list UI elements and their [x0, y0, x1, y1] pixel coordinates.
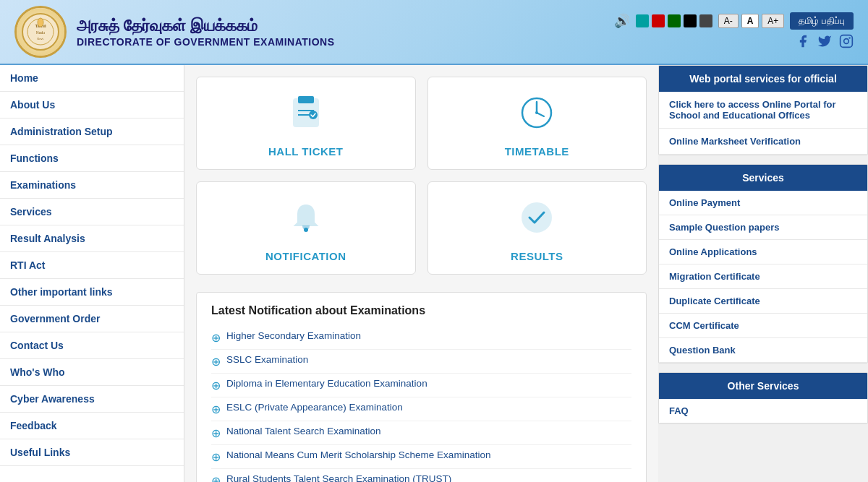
- color-dot-teal[interactable]: [636, 14, 649, 27]
- sidebar-item-functions[interactable]: Functions: [0, 145, 184, 172]
- web-portal-section: Web portal services for officialClick he…: [658, 65, 868, 155]
- service-link-6[interactable]: Question Bank: [659, 338, 867, 363]
- notifications-section: Latest Notification about Examinations ⊕…: [196, 292, 647, 482]
- notif-text: SSLC Examination: [226, 354, 308, 365]
- hall-ticket-icon: [288, 95, 324, 138]
- timetable-icon: [519, 95, 555, 138]
- other-service-link-0[interactable]: FAQ: [659, 399, 867, 423]
- notification-card[interactable]: NOTIFICATION: [196, 181, 416, 275]
- notification-item[interactable]: ⊕Higher Secondary Examination: [211, 326, 631, 350]
- notification-item[interactable]: ⊕National Means Cum Merit Scholarship Sc…: [211, 445, 631, 469]
- svg-point-8: [849, 38, 850, 38]
- service-link-0[interactable]: Online Payment: [659, 191, 867, 215]
- service-link-1[interactable]: Sample Question papers: [659, 215, 867, 240]
- services-header: Services: [659, 165, 867, 191]
- header-tamil-title: அரசுத் தேர்வுகள் இயக்ககம்: [77, 16, 335, 37]
- sidebar-item-feedback[interactable]: Feedback: [0, 413, 184, 439]
- speaker-icon[interactable]: 🔊: [614, 13, 630, 29]
- notification-icon: [288, 199, 324, 243]
- sidebar-item-about-us[interactable]: About Us: [0, 92, 184, 119]
- logo-svg: Tamil Nadu Govt.: [21, 12, 61, 52]
- header-left: Tamil Nadu Govt. அரசுத் தேர்வுகள் இயக்கக…: [14, 6, 335, 58]
- font-decrease-button[interactable]: A-: [718, 14, 739, 28]
- header-title-block: அரசுத் தேர்வுகள் இயக்ககம் DIRECTORATE OF…: [77, 16, 335, 48]
- results-icon: [519, 199, 555, 243]
- notif-bullet: ⊕: [211, 426, 221, 440]
- other-services-header: Other Services: [659, 373, 867, 399]
- color-selector: [636, 14, 712, 27]
- color-dot-red[interactable]: [652, 14, 665, 27]
- card-grid: HALL TICKET TIMETABLE: [196, 77, 647, 275]
- web-portal-link-0[interactable]: Click here to access Online Portal for S…: [659, 92, 867, 129]
- notif-text: ESLC (Private Appearance) Examination: [226, 402, 403, 413]
- service-link-2[interactable]: Online Applications: [659, 240, 867, 264]
- sidebar-item-admin-setup[interactable]: Administration Setup: [0, 119, 184, 145]
- social-icons: [796, 34, 854, 52]
- web-portal-link-1[interactable]: Online Marksheet Verification: [659, 129, 867, 155]
- notification-item[interactable]: ⊕SSLC Examination: [211, 350, 631, 374]
- svg-point-7: [844, 38, 849, 43]
- sidebar-item-other-links[interactable]: Other important links: [0, 279, 184, 306]
- svg-point-19: [522, 203, 551, 232]
- logo: Tamil Nadu Govt.: [14, 6, 67, 58]
- facebook-icon[interactable]: [796, 34, 810, 52]
- svg-text:Nadu: Nadu: [36, 30, 45, 35]
- svg-text:Govt.: Govt.: [37, 37, 44, 40]
- site-header: Tamil Nadu Govt. அரசுத் தேர்வுகள் இயக்கக…: [0, 0, 868, 65]
- sidebar-item-rti-act[interactable]: RTI Act: [0, 252, 184, 279]
- notif-text: Higher Secondary Examination: [226, 330, 361, 341]
- timetable-label: TIMETABLE: [505, 145, 569, 158]
- svg-rect-6: [841, 35, 853, 47]
- svg-point-13: [309, 111, 318, 119]
- sidebar-item-whos-who[interactable]: Who's Who: [0, 359, 184, 386]
- header-english-title: DIRECTORATE OF GOVERNMENT EXAMINATIONS: [77, 36, 335, 48]
- notif-bullet: ⊕: [211, 379, 221, 392]
- notification-item[interactable]: ⊕Rural Students Talent Search Examinatio…: [211, 469, 631, 482]
- font-size-controls: A- A A+: [718, 14, 785, 28]
- notif-bullet: ⊕: [211, 331, 221, 345]
- hall-ticket-card[interactable]: HALL TICKET: [196, 77, 416, 170]
- content-area: HALL TICKET TIMETABLE: [184, 65, 658, 482]
- color-dot-dark[interactable]: [699, 14, 712, 27]
- instagram-icon[interactable]: [839, 34, 854, 52]
- notif-bullet: ⊕: [211, 450, 221, 464]
- results-card[interactable]: RESULTS: [427, 181, 647, 275]
- sidebar-item-contact-us[interactable]: Contact Us: [0, 332, 184, 359]
- timetable-card[interactable]: TIMETABLE: [427, 77, 647, 170]
- notif-text: National Talent Search Examination: [226, 426, 381, 436]
- logo-inner: Tamil Nadu Govt.: [17, 8, 64, 56]
- svg-rect-10: [298, 96, 314, 103]
- svg-point-5: [38, 18, 43, 27]
- font-normal-button[interactable]: A: [741, 14, 760, 28]
- notification-item[interactable]: ⊕ESLC (Private Appearance) Examination: [211, 397, 631, 421]
- notif-text: National Means Cum Merit Scholarship Sch…: [226, 449, 490, 460]
- service-link-5[interactable]: CCM Certificate: [659, 314, 867, 338]
- color-dot-black[interactable]: [684, 14, 697, 27]
- header-right: 🔊 A- A A+ தமிழ் பதிப்பு: [614, 12, 854, 52]
- services-section: ServicesOnline PaymentSample Question pa…: [658, 164, 868, 363]
- header-controls: 🔊 A- A A+ தமிழ் பதிப்பு: [614, 12, 854, 30]
- sidebar-item-examinations[interactable]: Examinations: [0, 172, 184, 199]
- sidebar-item-home[interactable]: Home: [0, 65, 184, 92]
- twitter-icon[interactable]: [817, 34, 832, 52]
- svg-point-17: [535, 111, 538, 114]
- notifications-title: Latest Notification about Examinations: [211, 304, 631, 317]
- sidebar-item-services[interactable]: Services: [0, 199, 184, 225]
- notification-item[interactable]: ⊕National Talent Search Examination: [211, 421, 631, 445]
- notification-label: NOTIFICATION: [265, 250, 346, 262]
- sidebar-item-result-analysis[interactable]: Result Analysis: [0, 225, 184, 252]
- notif-text: Rural Students Talent Search Examination…: [226, 473, 451, 482]
- language-toggle-button[interactable]: தமிழ் பதிப்பு: [790, 12, 854, 30]
- sidebar-item-useful-links[interactable]: Useful Links: [0, 439, 184, 466]
- other-services-section: Other ServicesFAQ: [658, 372, 868, 424]
- font-increase-button[interactable]: A+: [762, 14, 784, 28]
- sidebar-item-cyber-awareness[interactable]: Cyber Awareness: [0, 386, 184, 413]
- right-panel: Web portal services for officialClick he…: [658, 65, 868, 482]
- notification-item[interactable]: ⊕Diploma in Elementary Education Examina…: [211, 374, 631, 397]
- service-link-3[interactable]: Migration Certificate: [659, 264, 867, 289]
- hall-ticket-label: HALL TICKET: [268, 145, 344, 158]
- color-dot-green[interactable]: [668, 14, 681, 27]
- results-label: RESULTS: [511, 250, 563, 262]
- sidebar-item-govt-order[interactable]: Government Order: [0, 306, 184, 332]
- service-link-4[interactable]: Duplicate Certificate: [659, 289, 867, 314]
